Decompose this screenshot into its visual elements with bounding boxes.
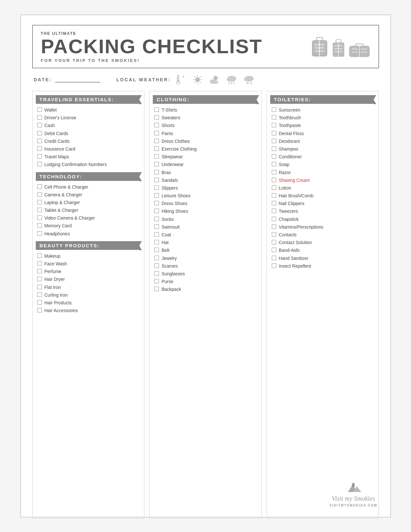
- col-1: Traveling Essentials: Wallet Driver's Li…: [32, 91, 145, 518]
- checkbox[interactable]: [154, 178, 159, 182]
- checkbox[interactable]: [37, 261, 42, 266]
- section-traveling-essentials: Traveling Essentials:: [36, 95, 140, 104]
- checkbox[interactable]: [37, 215, 42, 220]
- checkbox[interactable]: [154, 115, 159, 120]
- checkbox[interactable]: [154, 154, 159, 159]
- snow-icon: ❄ ❄: [243, 74, 255, 85]
- list-item: Insect Repellent: [272, 263, 374, 269]
- checkbox[interactable]: [37, 131, 42, 135]
- checkbox[interactable]: [37, 253, 42, 258]
- list-item: Vitamins/Perscriptions: [272, 224, 374, 230]
- checkbox[interactable]: [37, 208, 42, 212]
- checkbox[interactable]: [154, 209, 159, 213]
- section-clothing: Clothing:: [153, 95, 257, 104]
- checkbox[interactable]: [154, 107, 159, 112]
- checkbox[interactable]: [272, 131, 276, 135]
- svg-point-34: [214, 76, 218, 80]
- checkbox[interactable]: [272, 170, 276, 174]
- checkbox[interactable]: [37, 146, 42, 151]
- list-item: Underwear: [154, 162, 257, 167]
- checkbox[interactable]: [37, 139, 42, 143]
- checkbox[interactable]: [272, 154, 276, 159]
- list-item: Coat: [154, 232, 257, 238]
- checkbox[interactable]: [37, 192, 42, 197]
- checkbox[interactable]: [272, 209, 276, 213]
- checkbox[interactable]: [154, 232, 159, 237]
- svg-rect-7: [336, 40, 341, 43]
- checkbox[interactable]: [37, 269, 42, 273]
- checkbox[interactable]: [37, 308, 42, 312]
- checkbox[interactable]: [272, 217, 276, 221]
- checkbox[interactable]: [154, 248, 159, 252]
- checkbox[interactable]: [272, 115, 276, 120]
- svg-rect-16: [352, 48, 358, 50]
- sun-icon: [192, 74, 203, 85]
- checkbox[interactable]: [154, 271, 159, 276]
- checkbox[interactable]: [272, 123, 276, 127]
- checkbox[interactable]: [272, 193, 276, 198]
- date-label: Date:: [34, 77, 52, 82]
- checkbox[interactable]: [154, 193, 159, 198]
- checkbox[interactable]: [37, 292, 42, 297]
- list-item: Swimsuit: [154, 224, 257, 230]
- checkbox[interactable]: [37, 300, 42, 305]
- section-technology: Technology:: [36, 172, 140, 181]
- checkbox[interactable]: [154, 201, 159, 205]
- checkbox[interactable]: [154, 146, 159, 151]
- brand-url: VISITMYSMOKIES.COM: [329, 504, 377, 507]
- list-item: Leisure Shoes: [154, 193, 257, 199]
- luggage-icon-1: [311, 37, 328, 58]
- checkbox[interactable]: [154, 123, 159, 127]
- checkbox[interactable]: [154, 263, 159, 268]
- checkbox[interactable]: [154, 287, 159, 291]
- list-item: Memory Card: [37, 223, 140, 229]
- list-item: Laptop & Charger: [37, 200, 140, 205]
- list-item: Pants: [154, 131, 257, 136]
- checkbox[interactable]: [154, 240, 159, 244]
- checkbox[interactable]: [272, 263, 276, 268]
- checkbox[interactable]: [37, 107, 42, 112]
- list-item: Toothbrush: [272, 115, 374, 121]
- checkbox[interactable]: [272, 162, 276, 166]
- checkbox[interactable]: [272, 178, 276, 182]
- section-toiletries: Toiletries:: [270, 95, 374, 104]
- checkbox[interactable]: [37, 285, 42, 289]
- list-item: Band-Aids: [272, 247, 374, 253]
- checkbox[interactable]: [154, 256, 159, 260]
- checkbox[interactable]: [272, 185, 276, 190]
- checkbox[interactable]: [154, 279, 159, 283]
- list-item: Conditioner: [272, 154, 374, 160]
- checkbox[interactable]: [272, 240, 276, 244]
- checkbox[interactable]: [272, 107, 276, 112]
- checkbox[interactable]: [272, 256, 276, 260]
- checkbox[interactable]: [154, 185, 159, 190]
- svg-line-48: [233, 82, 234, 84]
- checkbox[interactable]: [154, 162, 159, 166]
- checkbox[interactable]: [37, 162, 42, 166]
- checkbox[interactable]: [272, 232, 276, 237]
- list-item: Makeup: [37, 253, 140, 259]
- checkbox[interactable]: [37, 115, 42, 120]
- checkbox[interactable]: [154, 217, 159, 221]
- checkbox[interactable]: [154, 131, 159, 135]
- checkbox[interactable]: [154, 224, 159, 229]
- temp-box: °: [175, 74, 184, 85]
- checkbox[interactable]: [272, 224, 276, 229]
- checkbox[interactable]: [37, 277, 42, 281]
- checkbox[interactable]: [154, 139, 159, 143]
- checkbox[interactable]: [37, 200, 42, 204]
- checkbox[interactable]: [154, 170, 159, 174]
- checkbox[interactable]: [37, 231, 42, 236]
- list-item: Chapstick: [272, 216, 374, 222]
- list-item: Belt: [154, 247, 257, 253]
- beauty-products-list: Makeup Face Wash Perfume Hair Dryer Flat…: [37, 253, 140, 314]
- checkbox[interactable]: [37, 154, 42, 159]
- checkbox[interactable]: [272, 146, 276, 151]
- checkbox[interactable]: [37, 123, 42, 127]
- svg-rect-12: [334, 51, 343, 52]
- checkbox[interactable]: [272, 201, 276, 205]
- checkbox[interactable]: [272, 139, 276, 143]
- checkbox[interactable]: [272, 248, 276, 252]
- checkbox[interactable]: [37, 223, 42, 228]
- checkbox[interactable]: [37, 184, 42, 189]
